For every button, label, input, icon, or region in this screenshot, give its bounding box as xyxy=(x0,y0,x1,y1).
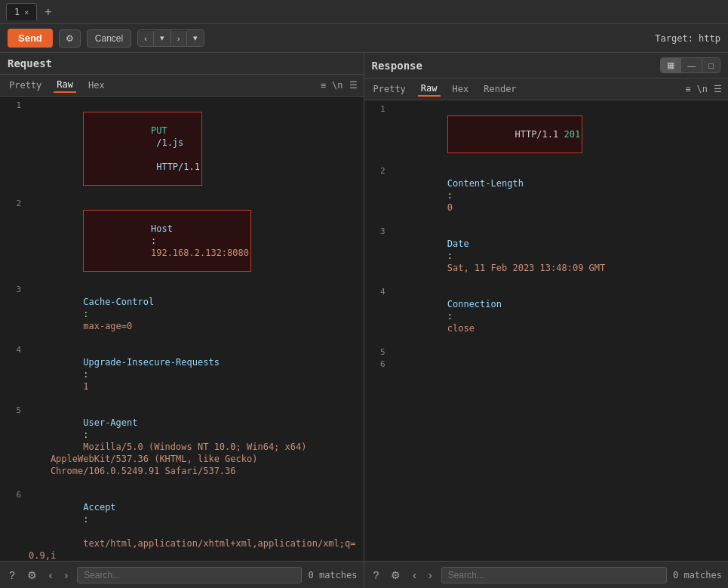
response-search-bar: ? ⚙ ‹ › 0 matches xyxy=(364,561,729,588)
request-code-area[interactable]: 1 PUT /1.js HTTP/1.1 2 Host : xyxy=(0,97,364,561)
line-number: 3 xyxy=(3,284,21,296)
line-number: 5 xyxy=(367,346,386,359)
response-search-help-button[interactable]: ? xyxy=(370,569,382,581)
line-number: 4 xyxy=(367,286,386,298)
response-panel-title: Response xyxy=(372,60,422,72)
target-label: Target: http xyxy=(655,33,720,44)
line-number: 3 xyxy=(367,226,386,238)
response-line-3: 3 Date : Sat, 11 Feb 2023 13:48:09 GMT xyxy=(364,226,729,286)
response-line-2: 2 Content-Length : 0 xyxy=(364,165,729,226)
line-content: Connection : close xyxy=(393,286,726,346)
line-content xyxy=(393,359,726,371)
request-search-input[interactable] xyxy=(77,567,302,583)
toolbar: Send ⚙ Cancel ‹ ▾ › ▾ Target: http xyxy=(0,24,728,53)
nav-back-down-button[interactable]: ▾ xyxy=(154,30,171,46)
line-content: Date : Sat, 11 Feb 2023 13:48:09 GMT xyxy=(393,226,726,286)
request-search-prev-button[interactable]: ‹ xyxy=(46,569,56,581)
request-icon-list[interactable]: ≡ xyxy=(321,80,326,91)
tab-label: 1 xyxy=(14,7,20,17)
tab-response-render[interactable]: Render xyxy=(481,82,519,96)
nav-forward-down-button[interactable]: ▾ xyxy=(187,30,204,46)
line-content: Host : 192.168.2.132:8080 xyxy=(29,198,361,284)
response-search-prev-button[interactable]: ‹ xyxy=(410,569,419,581)
response-tabs: Pretty Raw Hex Render ≡ \n ☰ xyxy=(364,79,729,100)
response-line-1: 1 HTTP/1.1 201 xyxy=(364,103,729,165)
request-search-next-button[interactable]: › xyxy=(61,569,71,581)
response-line-4: 4 Connection : close xyxy=(364,286,729,346)
response-icon-list[interactable]: ≡ xyxy=(685,84,690,94)
request-search-help-button[interactable]: ? xyxy=(6,569,18,581)
line-number: 6 xyxy=(3,489,21,501)
tab-raw[interactable]: Raw xyxy=(54,78,76,93)
tab-response-pretty[interactable]: Pretty xyxy=(370,82,409,96)
request-tabs: Pretty Raw Hex ≡ \n ☰ xyxy=(0,75,364,97)
response-search-next-button[interactable]: › xyxy=(425,569,435,581)
view-btn-lines[interactable]: — xyxy=(681,58,702,72)
settings-button[interactable]: ⚙ xyxy=(59,29,81,48)
line-content: PUT /1.js HTTP/1.1 xyxy=(29,100,361,198)
request-icon-menu[interactable]: ☰ xyxy=(349,80,358,91)
request-search-bar: ? ⚙ ‹ › 0 matches xyxy=(0,561,364,588)
view-btn-full[interactable]: □ xyxy=(702,58,720,72)
line-content: Accept : text/html,application/xhtml+xml… xyxy=(29,489,361,561)
tab-response-hex[interactable]: Hex xyxy=(450,82,472,96)
send-button[interactable]: Send xyxy=(8,29,53,48)
new-tab-button[interactable]: + xyxy=(40,5,56,19)
response-view-buttons: ▦ — □ xyxy=(660,57,720,73)
request-icon-newline[interactable]: \n xyxy=(332,80,342,91)
method-text: PUT xyxy=(151,125,167,136)
response-icon-menu[interactable]: ☰ xyxy=(714,84,722,94)
request-tab-right: ≡ \n ☰ xyxy=(321,80,358,91)
response-icon-newline[interactable]: \n xyxy=(697,84,708,94)
request-search-settings-button[interactable]: ⚙ xyxy=(24,569,40,581)
request-panel: Request Pretty Raw Hex ≡ \n ☰ 1 PUT /1.j… xyxy=(0,53,364,588)
line-number: 4 xyxy=(3,344,21,356)
request-line-6: 6 Accept : text/html,application/xhtml+x… xyxy=(0,489,364,561)
cancel-button[interactable]: Cancel xyxy=(87,29,131,48)
line-content: User-Agent : Mozilla/5.0 (Windows NT 10.… xyxy=(29,405,361,489)
line-number: 5 xyxy=(3,405,21,417)
tab-pretty[interactable]: Pretty xyxy=(6,79,45,92)
nav-back-button[interactable]: ‹ xyxy=(138,31,154,46)
nav-forward-button[interactable]: › xyxy=(171,31,187,46)
request-search-matches: 0 matches xyxy=(308,570,357,580)
line-content: Content-Length : 0 xyxy=(393,165,726,226)
response-tab-right: ≡ \n ☰ xyxy=(685,84,722,94)
nav-group: ‹ ▾ › ▾ xyxy=(137,29,204,47)
request-line-5: 5 User-Agent : Mozilla/5.0 (Windows NT 1… xyxy=(0,405,364,489)
line-content: HTTP/1.1 201 xyxy=(393,103,726,165)
line-number: 1 xyxy=(367,103,386,115)
main-content: Request Pretty Raw Hex ≡ \n ☰ 1 PUT /1.j… xyxy=(0,53,728,588)
response-line-6: 6 xyxy=(364,359,729,371)
response-search-input[interactable] xyxy=(441,567,667,583)
view-btn-grid[interactable]: ▦ xyxy=(661,58,681,72)
request-line-2: 2 Host : 192.168.2.132:8080 xyxy=(0,198,364,284)
line-number: 6 xyxy=(367,359,386,371)
tab-close-btn[interactable]: × xyxy=(24,8,29,17)
tab-hex[interactable]: Hex xyxy=(85,79,108,92)
line-content xyxy=(393,346,726,359)
url-text: /1.js xyxy=(151,137,183,148)
line-number: 2 xyxy=(367,165,386,177)
line-number: 2 xyxy=(3,198,21,210)
response-code-area[interactable]: 1 HTTP/1.1 201 2 Content-Length : 0 3 xyxy=(364,100,729,561)
tab-response-raw[interactable]: Raw xyxy=(418,82,441,97)
line-number: 1 xyxy=(3,100,21,112)
request-line-3: 3 Cache-Control : max-age=0 xyxy=(0,284,364,344)
response-panel: Response ▦ — □ Pretty Raw Hex Render ≡ \… xyxy=(364,53,729,588)
response-search-matches: 0 matches xyxy=(673,570,722,580)
line-content: Upgrade-Insecure-Requests : 1 xyxy=(29,344,361,405)
response-search-settings-button[interactable]: ⚙ xyxy=(388,569,404,581)
request-line-1: 1 PUT /1.js HTTP/1.1 xyxy=(0,100,364,198)
tab-1[interactable]: 1 × xyxy=(6,3,37,20)
request-line-4: 4 Upgrade-Insecure-Requests : 1 xyxy=(0,344,364,405)
request-panel-title: Request xyxy=(0,53,364,75)
tab-bar: 1 × + xyxy=(0,0,728,24)
response-line-5: 5 xyxy=(364,346,729,359)
line-content: Cache-Control : max-age=0 xyxy=(29,284,361,344)
